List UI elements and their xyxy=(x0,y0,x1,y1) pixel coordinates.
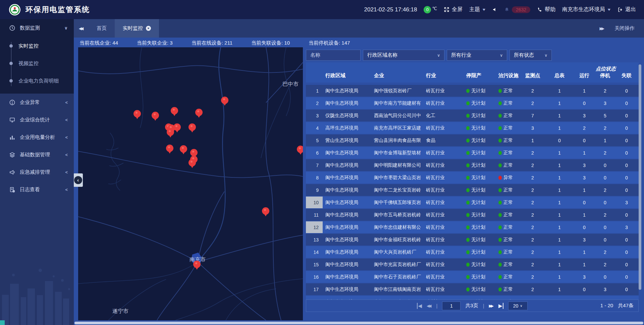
map-pin-icon[interactable] xyxy=(133,110,141,117)
industry-filter-select[interactable]: 所有行业 ∨ xyxy=(447,50,507,61)
corner-widget[interactable] xyxy=(0,320,5,325)
sidebar-item[interactable]: 企业综合统计< xyxy=(0,111,74,128)
table-scrollbar[interactable] xyxy=(639,63,641,298)
cell-points: 1 xyxy=(519,134,546,146)
tab-实时监控[interactable]: 实时监控× xyxy=(115,19,159,38)
table-row[interactable]: 8阆中生态环境局阆中市枣碧大梁山页岩砖瓦行业无计划异常21300 xyxy=(306,172,639,183)
map-pin-icon[interactable] xyxy=(221,97,228,104)
map-pin-icon[interactable] xyxy=(195,109,203,116)
map-pin-icon[interactable] xyxy=(171,107,178,114)
first-page-button[interactable]: ◀ xyxy=(417,303,422,309)
table-row[interactable]: 12阆中生态环境局阆中市忠信建材有限公砖瓦行业无计划正常21003 xyxy=(306,221,639,233)
table-row[interactable]: 13阆中生态环境局阆中市金福旺页岩机砖砖瓦行业无计划正常21300 xyxy=(306,234,639,246)
prev-page-button[interactable]: ◀◀ xyxy=(427,304,431,308)
status-dot-icon xyxy=(466,250,470,254)
page-number-input[interactable] xyxy=(442,302,461,310)
sidebar-item-label: 数据监测 xyxy=(20,25,40,31)
close-icon[interactable]: × xyxy=(146,26,151,31)
table-row[interactable]: 18南部生态环境局南部县双化水泥有限公建材加工无计划正常60060 xyxy=(306,296,639,300)
name-filter-input[interactable]: 名称 xyxy=(306,50,361,61)
table-row[interactable]: 5营山生态环境局营山县润丰肉食品有限食品无计划正常10010 xyxy=(306,134,639,146)
sidebar-item[interactable]: 数据监测∨ xyxy=(0,19,74,37)
sidebar-item[interactable]: 日志查看< xyxy=(0,181,74,198)
submenu-dot-icon xyxy=(9,62,13,65)
table-row[interactable]: 15阆中生态环境局阆中市光富页岩机砖厂砖瓦行业无计划正常21120 xyxy=(306,259,639,270)
sidebar-collapse-button[interactable]: ‹ xyxy=(73,173,83,187)
tab-首页[interactable]: 首页 xyxy=(89,19,115,38)
next-page-button[interactable]: ▶▶ xyxy=(489,304,494,308)
notification-count-badge: 2632 xyxy=(512,6,530,13)
map-pin-icon[interactable] xyxy=(166,145,173,152)
table-row[interactable]: 14阆中生态环境局阆中大兴页岩机砖厂砖瓦行业无计划正常21120 xyxy=(306,246,639,258)
cell-stopped: 2 xyxy=(596,246,614,258)
sidebar-item[interactable]: 企业用电量分析< xyxy=(0,128,74,146)
cell-text: 正常 xyxy=(503,237,513,243)
sidebar-item-label: 企业综合统计 xyxy=(20,117,50,123)
map-pin-icon[interactable] xyxy=(152,112,159,119)
table-row[interactable]: 9阆中生态环境局阆中市二龙长宝页岩砖砖瓦行业无计划正常21120 xyxy=(306,184,639,196)
cell-production: 无计划 xyxy=(464,209,496,221)
cell-text: 无计划 xyxy=(471,212,485,218)
map-pin-icon[interactable] xyxy=(167,128,174,136)
help-button[interactable]: 帮助 xyxy=(537,6,555,13)
cell-lost: 0 xyxy=(614,85,639,97)
table-row[interactable]: 11阆中生态环境局阆中市五马桥页岩机砖砖瓦行业无计划正常21120 xyxy=(306,209,639,221)
map-pin-icon[interactable] xyxy=(262,207,269,215)
notifications-button[interactable]: 2632 xyxy=(504,6,530,13)
sidebar-item[interactable]: 基础数据管理< xyxy=(0,146,74,163)
table-row[interactable]: 17阆中生态环境局阆中市江南镇阆南页岩砖瓦行业无计划正常21030 xyxy=(306,283,639,295)
region-filter-select[interactable]: 行政区域名称 ∨ xyxy=(363,50,444,61)
cell-points: 2 xyxy=(519,221,546,233)
map-pin-icon[interactable] xyxy=(180,145,187,153)
map-pin-icon[interactable] xyxy=(297,146,303,153)
close-operations-button[interactable]: 关闭操作 xyxy=(614,25,635,32)
map-pin-icon[interactable] xyxy=(190,149,198,156)
sidebar-subitem[interactable]: 实时监控 xyxy=(0,37,74,55)
tabs-scroll-left-button[interactable]: ◀◀ xyxy=(74,19,89,38)
mute-button[interactable] xyxy=(492,7,497,12)
map-pin-icon[interactable] xyxy=(193,261,201,268)
cell-text: 砖瓦行业 xyxy=(426,286,445,292)
logout-button[interactable]: 退出 xyxy=(618,6,636,13)
cell-region: 阆中生态环境局 xyxy=(323,283,371,295)
cell-text: 无计划 xyxy=(471,224,485,230)
scrollbar-thumb[interactable] xyxy=(639,64,641,290)
table-row[interactable]: 3仪陇生态环境局西南油气田分公司川中化工无计划正常71350 xyxy=(306,110,639,121)
table-row[interactable]: 10阆中生态环境局阆中千佛镇五郎垭页岩砖瓦行业无计划正常21003 xyxy=(306,197,639,208)
map-pin-icon[interactable] xyxy=(189,159,196,166)
theme-menu[interactable]: 主题 ▼ xyxy=(469,6,486,13)
cell-points: 2 xyxy=(519,271,546,283)
cell-text: 1 xyxy=(558,175,561,180)
horizontal-scrollbar[interactable] xyxy=(74,322,643,324)
sidebar-item[interactable]: 应急减排管理< xyxy=(0,163,74,181)
status-filter-select[interactable]: 所有状态 ∨ xyxy=(509,50,552,61)
table-row[interactable]: 2阆中生态环境局阆中市南方节能建材有砖瓦行业无计划正常21030 xyxy=(306,97,639,109)
cell-text: 3 xyxy=(583,163,586,168)
fullscreen-button[interactable]: 全屏 xyxy=(444,6,463,13)
map-city-label: 巴中市 xyxy=(282,81,299,88)
map-pin-icon[interactable] xyxy=(189,123,196,131)
cell-text: 0 xyxy=(625,287,628,292)
table-row[interactable]: 4高坪生态环境局南充市高坪区王家店建砖瓦行业无计划正常31220 xyxy=(306,122,639,134)
sidebar-item[interactable]: 企业异常< xyxy=(0,94,74,111)
sidebar-subitem[interactable]: 企业电力负荷明细 xyxy=(0,72,74,90)
page-size-select[interactable]: 20 ∨ xyxy=(508,302,528,310)
cell-text: 0 xyxy=(583,101,586,106)
table-row[interactable]: 7阆中生态环境局阆中明阳建材有限公司砖瓦行业无计划正常21300 xyxy=(306,159,639,171)
map-pin-icon[interactable] xyxy=(173,123,181,131)
cell-text: 1 xyxy=(583,187,586,193)
last-page-button[interactable]: ▶ xyxy=(498,303,503,309)
cell-meters: 1 xyxy=(546,259,573,270)
cell-production: 无计划 xyxy=(464,97,496,109)
sidebar-subitem[interactable]: 视频监控 xyxy=(0,55,74,72)
org-menu[interactable]: 南充市生态环境局 ▼ xyxy=(562,6,611,13)
table-row[interactable]: 16阆中生态环境局阆中市石子页岩机砖厂砖瓦行业无计划正常21300 xyxy=(306,271,639,283)
tabs-scroll-right-button[interactable]: ▶▶ xyxy=(600,26,604,31)
cell-stopped: 3 xyxy=(596,283,614,295)
table-row[interactable]: 6阆中生态环境局阆中市金博瑞新型墙材砖瓦行业无计划正常21120 xyxy=(306,147,639,159)
cell-text: 15 xyxy=(313,262,319,267)
cell-text: 阆中市五马桥页岩机砖 xyxy=(374,212,421,218)
table-row[interactable]: 1阆中生态环境局阆中强锐页岩砖厂砖瓦行业无计划正常21120 xyxy=(306,85,639,97)
map-panel[interactable]: 巴中市南充市遂宁市 xyxy=(78,47,303,320)
cell-text: 0 xyxy=(625,88,628,94)
